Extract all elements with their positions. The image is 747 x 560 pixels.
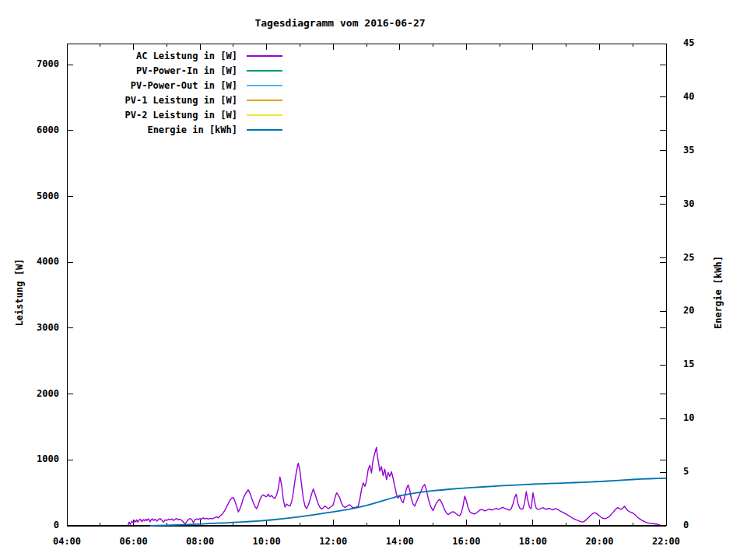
y2-tick-label: 10 <box>683 412 730 423</box>
legend-label: AC Leistung in [W] <box>72 51 237 61</box>
x-tick-label: 08:00 <box>177 536 223 547</box>
y1-tick-label: 1000 <box>12 453 59 464</box>
x-tick-label: 22:00 <box>643 536 689 547</box>
x-tick-label: 16:00 <box>443 536 489 547</box>
legend-line-swatch <box>247 85 282 86</box>
legend-label: PV-1 Leistung in [W] <box>72 95 237 106</box>
y2-tick-label: 40 <box>683 91 730 102</box>
y2-tick-label: 35 <box>683 145 730 156</box>
y2-tick-label: 45 <box>683 37 730 48</box>
y2-tick-label: 15 <box>683 359 730 369</box>
x-tick-label: 06:00 <box>110 536 157 547</box>
y2-tick-label: 0 <box>683 520 730 530</box>
y1-tick-label: 0 <box>12 520 59 530</box>
y2-tick-label: 30 <box>683 198 730 209</box>
y1-tick-label: 6000 <box>12 124 59 135</box>
y1-tick-label: 5000 <box>12 191 59 201</box>
x-tick-label: 10:00 <box>244 536 290 547</box>
x-tick-label: 04:00 <box>44 536 90 547</box>
x-tick-label: 12:00 <box>310 536 356 547</box>
legend-label: Energie in [kWh] <box>72 124 237 135</box>
legend-item: PV-1 Leistung in [W] <box>72 93 282 107</box>
legend-item: PV-2 Leistung in [W] <box>72 107 282 122</box>
legend-item: PV-Power-Out in [W] <box>72 78 282 93</box>
legend-label: PV-Power-Out in [W] <box>72 80 237 91</box>
legend-line-swatch <box>247 55 282 57</box>
legend-line-swatch <box>247 129 282 131</box>
y-axis-label-left: Leistung [W] <box>14 246 26 339</box>
series-line-ac-leistung-in-w- <box>128 447 660 526</box>
legend-item: AC Leistung in [W] <box>72 48 282 63</box>
legend-line-swatch <box>247 100 282 101</box>
x-tick-label: 14:00 <box>377 536 423 547</box>
y2-tick-label: 5 <box>683 466 730 477</box>
legend-line-swatch <box>247 114 282 116</box>
x-tick-label: 20:00 <box>576 536 622 547</box>
y1-tick-label: 7000 <box>12 58 59 69</box>
legend-line-swatch <box>247 70 282 72</box>
legend-item: PV-Power-In in [W] <box>72 63 282 78</box>
legend: AC Leistung in [W] PV-Power-In in [W] PV… <box>72 48 282 137</box>
y-axis-label-right: Energie [kWh] <box>713 246 725 339</box>
legend-label: PV-Power-In in [W] <box>72 65 237 76</box>
legend-label: PV-2 Leistung in [W] <box>72 110 237 121</box>
x-tick-label: 18:00 <box>510 536 556 547</box>
y1-tick-label: 2000 <box>12 388 59 399</box>
legend-item: Energie in [kWh] <box>72 122 282 137</box>
daily-pv-chart: Tagesdiagramm vom 2016-06-27 01000200030… <box>0 0 747 560</box>
